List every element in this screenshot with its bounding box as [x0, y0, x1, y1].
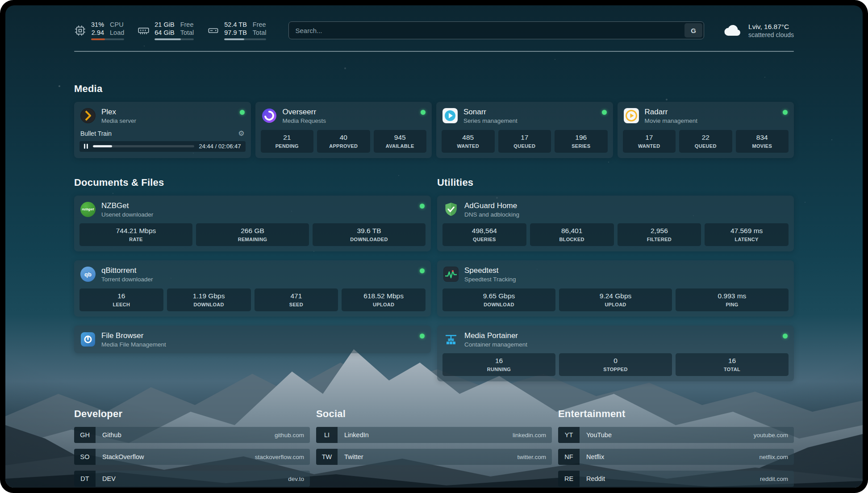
stat-value: 40	[319, 134, 368, 142]
gear-icon[interactable]: ⚙	[238, 130, 244, 137]
search-bar: G	[288, 21, 704, 39]
bookmark-youtube[interactable]: YT YouTube youtube.com	[558, 427, 794, 443]
bookmark-github[interactable]: GH Github github.com	[74, 427, 310, 443]
status-dot	[783, 110, 788, 115]
bookmark-dev[interactable]: DT DEV dev.to	[74, 471, 310, 487]
adguard-card[interactable]: AdGuard Home DNS and adblocking 498,564 …	[437, 196, 794, 252]
stat-box: 47.569 ms LATENCY	[705, 223, 789, 246]
app-name: File Browser	[101, 331, 166, 340]
bookmark-linkedin[interactable]: LI LinkedIn linkedin.com	[316, 427, 552, 443]
utilities-section-title: Utilities	[437, 177, 794, 188]
stat-box: 40 APPROVED	[317, 130, 370, 153]
status-dot	[421, 110, 426, 115]
bookmark-twitter[interactable]: TW Twitter twitter.com	[316, 449, 552, 465]
bookmark-netflix[interactable]: NF Netflix netflix.com	[558, 449, 794, 465]
radarr-card[interactable]: Radarr Movie management 17 WANTED 22 QUE…	[618, 102, 794, 158]
status-dot	[420, 268, 425, 273]
stat-box: 16 LEECH	[79, 288, 163, 311]
pause-icon[interactable]	[84, 144, 88, 149]
stat-value: 17	[500, 134, 550, 142]
bookmark-abbr: LI	[316, 427, 338, 443]
bookmark-name: YouTube	[586, 431, 612, 439]
stat-box: 744.21 Mbps RATE	[79, 223, 192, 246]
stat-value: 498,564	[444, 227, 525, 235]
filebrowser-icon	[80, 332, 96, 347]
memory-total-label: Total	[180, 29, 194, 37]
now-playing-title: Bullet Train	[80, 130, 112, 137]
stat-box: 39.6 TB DOWNLOADED	[313, 223, 426, 246]
stat-value: 485	[443, 134, 493, 142]
section-entertainment: Entertainment YT YouTube youtube.com NF …	[558, 408, 794, 487]
bookmark-reddit[interactable]: RE Reddit reddit.com	[558, 471, 794, 487]
documents-section-title: Documents & Files	[74, 177, 431, 188]
app-subtitle: Movie management	[645, 118, 698, 124]
stat-value: 47.569 ms	[706, 227, 787, 235]
status-dot	[602, 110, 607, 115]
stat-value: 266 GB	[198, 227, 307, 235]
cpu-load-label: Load	[110, 29, 124, 37]
status-dot	[420, 204, 425, 209]
nzbget-card[interactable]: nzbget NZBGet Usenet downloader 744.21 M…	[74, 196, 431, 252]
search-input[interactable]	[295, 27, 684, 34]
portainer-card[interactable]: Media Portainer Container management 16 …	[437, 326, 794, 382]
entertainment-section-title: Entertainment	[558, 408, 794, 420]
app-subtitle: DNS and adblocking	[464, 212, 519, 218]
stat-box: 0 STOPPED	[559, 353, 672, 376]
stat-box: 945 AVAILABLE	[374, 130, 427, 153]
overseerr-icon	[262, 108, 277, 123]
stat-value: 9.65 Gbps	[444, 292, 554, 300]
app-subtitle: Usenet downloader	[101, 212, 153, 218]
filebrowser-card[interactable]: File Browser Media File Management	[74, 326, 431, 354]
qbittorrent-card[interactable]: qb qBittorrent Torrent downloader 16 LEE…	[74, 260, 431, 317]
sonarr-card[interactable]: Sonarr Series management 485 WANTED 17 Q…	[436, 102, 613, 158]
stat-value: 834	[738, 134, 787, 142]
window-frame: 31% CPU 2.94 Load	[0, 0, 868, 493]
speedtest-icon	[443, 267, 459, 282]
stat-box: 16 RUNNING	[442, 353, 555, 376]
stat-label: LEECH	[81, 302, 162, 307]
playback-bar: 24:44 / 02:06:47	[79, 141, 246, 152]
disk-free-label: Free	[253, 21, 267, 29]
section-media: Media Plex Media server	[74, 83, 794, 158]
stat-value: 196	[556, 134, 606, 142]
disk-icon	[207, 25, 219, 37]
overseerr-card[interactable]: Overseerr Media Requests 21 PENDING 40 A…	[255, 102, 432, 158]
plex-card[interactable]: Plex Media server Bullet Train ⚙	[74, 102, 251, 158]
app-name: Overseerr	[283, 108, 326, 117]
adguard-icon	[443, 202, 459, 217]
playback-time: 24:44 / 02:06:47	[199, 143, 241, 150]
bookmark-abbr: YT	[558, 427, 580, 443]
weather-widget: Lviv, 16.87°C scattered clouds	[723, 22, 794, 38]
bookmark-name: Twitter	[344, 453, 363, 460]
developer-section-title: Developer	[74, 408, 310, 420]
app-name: Media Portainer	[464, 331, 527, 340]
bookmark-domain: youtube.com	[754, 432, 788, 439]
playback-progress	[93, 145, 194, 147]
stat-box: 618.52 Mbps UPLOAD	[342, 288, 426, 311]
bookmark-domain: reddit.com	[760, 476, 788, 482]
speedtest-card[interactable]: Speedtest Speedtest Tracking 9.65 Gbps D…	[437, 260, 794, 317]
stat-value: 2,956	[619, 227, 700, 235]
stat-value: 744.21 Mbps	[81, 227, 191, 235]
stat-label: DOWNLOAD	[444, 302, 554, 307]
bookmark-name: Github	[102, 431, 121, 439]
bookmark-domain: netflix.com	[759, 454, 788, 460]
disk-widget: 52.4 TB Free 97.9 TB Total	[207, 21, 266, 40]
stat-label: TOTAL	[677, 367, 787, 372]
bookmark-stackoverflow[interactable]: SO StackOverflow stackoverflow.com	[74, 449, 310, 465]
social-section-title: Social	[316, 408, 552, 420]
memory-widget: 21 GiB Free 64 GiB Total	[138, 21, 194, 40]
status-dot	[240, 110, 245, 115]
cpu-icon	[74, 25, 86, 37]
memory-free: 21 GiB	[154, 21, 174, 29]
disk-total-label: Total	[253, 29, 267, 37]
stat-box: 485 WANTED	[442, 130, 495, 153]
stat-value: 16	[81, 292, 162, 300]
stat-label: RATE	[81, 237, 191, 242]
disk-usage-bar	[224, 38, 266, 40]
weather-condition: scattered clouds	[748, 31, 794, 38]
stat-value: 21	[263, 134, 312, 142]
app-subtitle: Media File Management	[101, 342, 166, 348]
search-provider-button[interactable]: G	[684, 23, 702, 38]
stat-label: UPLOAD	[343, 302, 424, 307]
